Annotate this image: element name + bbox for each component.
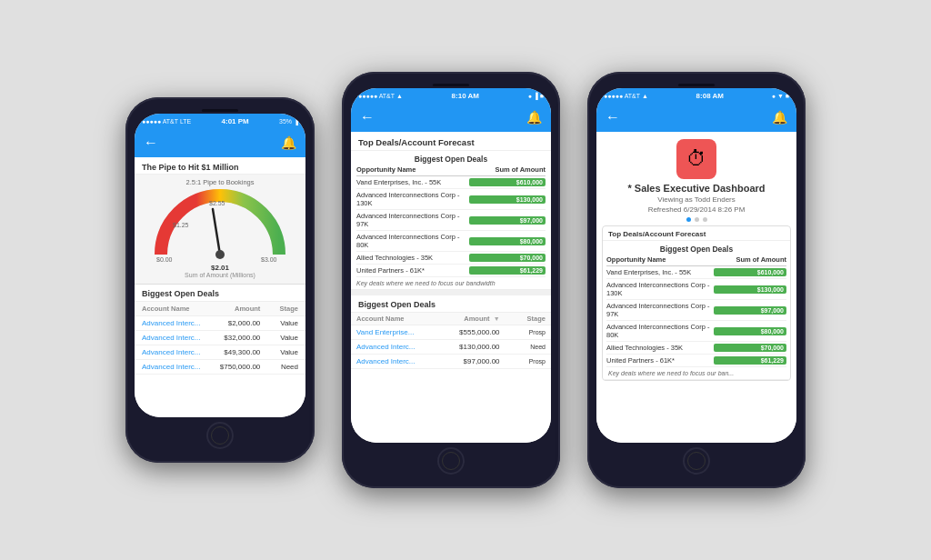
row-stage: Value bbox=[260, 348, 298, 356]
pipe-title: The Pipe to Hit $1 Million bbox=[135, 157, 305, 175]
br-name: Advanced Interc... bbox=[356, 343, 443, 351]
forecast-row-3: Advanced Interconnections Corp - 97K $97… bbox=[606, 300, 786, 321]
r-name: United Partners - 61K* bbox=[356, 266, 469, 275]
status-bar-1: ●●●●● AT&T LTE 4:01 PM 35% ▐ bbox=[135, 114, 305, 128]
br-stage: Need bbox=[500, 344, 546, 350]
back-button-1[interactable]: ← bbox=[144, 135, 158, 151]
col-stage-header: Stage bbox=[260, 305, 298, 313]
svg-text:$1.25: $1.25 bbox=[173, 222, 189, 228]
carrier-3: ●●●●● AT&T ▲ bbox=[604, 93, 648, 99]
forecast-row-3: United Partners - 61K* $61,229 bbox=[606, 355, 786, 367]
forecast-row-3: Advanced Interconnections Corp - 130K $1… bbox=[606, 279, 786, 300]
carrier-2: ●●●●● AT&T ▲ bbox=[358, 93, 403, 99]
content-3: ⏱ * Sales Executive Dashboard Viewing as… bbox=[596, 132, 796, 443]
r-name: Advanced Interconnections Corp - 80K bbox=[356, 233, 469, 249]
row-name: Advanced Interc... bbox=[142, 334, 213, 342]
card-title: Top Deals/Account Forecast bbox=[603, 226, 790, 241]
bottom-table-header: Account Name Amount ▼ Stage bbox=[351, 313, 551, 325]
col-amount-header: Amount bbox=[213, 305, 260, 313]
br-stage: Prosp bbox=[500, 358, 546, 365]
section-title-2: Biggest Open Deals bbox=[351, 295, 551, 313]
phone-2: ●●●●● AT&T ▲ 8:10 AM ● ▐ ■ ← 🔔 Top Deals… bbox=[342, 72, 560, 488]
content-2: Top Deals/Account Forecast Biggest Open … bbox=[351, 132, 551, 443]
svg-text:$3.00: $3.00 bbox=[261, 256, 277, 262]
row-name: Advanced Interc... bbox=[142, 363, 213, 371]
dot-2 bbox=[695, 217, 699, 222]
status-bar-2: ●●●●● AT&T ▲ 8:10 AM ● ▐ ■ bbox=[351, 88, 551, 103]
r-amount: $130,000 bbox=[714, 285, 786, 294]
row-amount: $2,000.00 bbox=[213, 319, 260, 327]
forecast-row-3: Allied Technologies - 35K $70,000 bbox=[606, 342, 786, 355]
forecast-row: Allied Technologies - 35K $70,000 bbox=[356, 252, 546, 265]
viewing-as: Viewing as Todd Enders bbox=[596, 195, 796, 204]
dot-indicators bbox=[596, 217, 796, 222]
r-name: Advanced Interconnections Corp - 97K bbox=[606, 302, 714, 318]
bell-icon-2[interactable]: 🔔 bbox=[526, 110, 542, 125]
br-amount: $97,000.00 bbox=[443, 357, 500, 365]
r-amount: $61,229 bbox=[714, 356, 786, 365]
battery-1: 35% ▐ bbox=[279, 118, 298, 125]
bell-icon-3[interactable]: 🔔 bbox=[772, 110, 787, 125]
forecast-table-3: Biggest Open Deals Opportunity Name Sum … bbox=[603, 241, 790, 367]
content-1: The Pipe to Hit $1 Million 2.5:1 Pipe to… bbox=[135, 157, 305, 417]
row-name: Advanced Interc... bbox=[142, 319, 213, 327]
row-stage: Value bbox=[260, 319, 298, 327]
forecast-row: Advanced Interconnections Corp - 97K $97… bbox=[356, 210, 546, 231]
bottom-row[interactable]: Advanced Interc... $130,000.00 Need bbox=[351, 340, 551, 355]
forecast-row: United Partners - 61K* $61,229 bbox=[356, 265, 546, 277]
r-amount: $70,000 bbox=[469, 254, 546, 262]
bottom-row[interactable]: Vand Enterprise... $555,000.00 Prosp bbox=[351, 325, 551, 340]
gauge-sub: Sum of Amount (Millions) bbox=[142, 272, 298, 278]
br-name: Vand Enterprise... bbox=[356, 328, 443, 336]
battery-3: ● ▼ ■ bbox=[772, 93, 789, 99]
table-row[interactable]: Advanced Interc... $32,000.00 Value bbox=[135, 331, 305, 345]
scene: ●●●●● AT&T LTE 4:01 PM 35% ▐ ← 🔔 The Pip… bbox=[0, 0, 931, 560]
forecast-card: Top Deals/Account Forecast Biggest Open … bbox=[602, 225, 791, 381]
row-amount: $32,000.00 bbox=[213, 334, 260, 342]
forecast-row-3: Vand Enterprises, Inc. - 55K $610,000 bbox=[606, 266, 786, 279]
gauge-svg: $0.00 $1.25 $2.55 $3.00 bbox=[142, 189, 298, 262]
key-deals-note-3: Key deals where we need to focus our ban… bbox=[603, 367, 790, 380]
biggest-open-deals-label-3: Biggest Open Deals bbox=[606, 241, 786, 255]
r-amount: $97,000 bbox=[714, 306, 786, 315]
table-row[interactable]: Advanced Interc... $750,000.00 Need bbox=[135, 360, 305, 375]
forecast-col-headers-3: Opportunity Name Sum of Amount bbox=[606, 255, 786, 266]
svg-line-0 bbox=[213, 209, 220, 255]
row-stage: Need bbox=[260, 363, 298, 371]
col-sum-3: Sum of Amount bbox=[717, 255, 786, 264]
bh-amount: Amount ▼ bbox=[443, 315, 500, 323]
row-name: Advanced Interc... bbox=[142, 348, 213, 356]
speedometer-icon: ⏱ bbox=[686, 147, 706, 171]
table-row[interactable]: Advanced Interc... $2,000.00 Value bbox=[135, 316, 305, 331]
key-deals-note-2: Key deals where we need to focus our ban… bbox=[351, 277, 551, 290]
forecast-row-3: Advanced Interconnections Corp - 80K $80… bbox=[606, 321, 786, 342]
dot-3 bbox=[703, 217, 707, 222]
col-sum-2: Sum of Amount bbox=[473, 165, 546, 174]
dot-1 bbox=[686, 217, 691, 222]
forecast-col-headers-2: Opportunity Name Sum of Amount bbox=[356, 165, 546, 176]
svg-text:$0.00: $0.00 bbox=[156, 256, 173, 262]
back-button-2[interactable]: ← bbox=[360, 109, 375, 125]
nav-bar-1: ← 🔔 bbox=[135, 128, 305, 157]
forecast-title-2: Top Deals/Account Forecast bbox=[351, 132, 551, 151]
br-name: Advanced Interc... bbox=[356, 357, 443, 365]
r-amount: $61,229 bbox=[469, 266, 546, 275]
time-3: 8:08 AM bbox=[696, 92, 724, 100]
biggest-open-deals-label-2: Biggest Open Deals bbox=[356, 151, 546, 165]
dashboard-title: * Sales Executive Dashboard bbox=[596, 183, 796, 194]
r-name: Allied Technologies - 35K bbox=[356, 254, 469, 262]
r-amount: $80,000 bbox=[714, 327, 786, 335]
refreshed: Refreshed 6/29/2014 8:26 PM bbox=[596, 205, 796, 214]
bottom-row[interactable]: Advanced Interc... $97,000.00 Prosp bbox=[351, 355, 551, 369]
bell-icon-1[interactable]: 🔔 bbox=[281, 135, 296, 150]
forecast-row: Vand Enterprises, Inc. - 55K $610,000 bbox=[356, 176, 546, 189]
svg-point-1 bbox=[215, 250, 225, 259]
status-bar-3: ●●●●● AT&T ▲ 8:08 AM ● ▼ ■ bbox=[596, 88, 796, 103]
r-amount: $610,000 bbox=[714, 268, 786, 276]
row-amount: $750,000.00 bbox=[213, 363, 260, 371]
r-name: Vand Enterprises, Inc. - 55K bbox=[606, 268, 714, 276]
forecast-table-2: Biggest Open Deals Opportunity Name Sum … bbox=[351, 151, 551, 277]
back-button-3[interactable]: ← bbox=[606, 109, 620, 125]
r-amount: $70,000 bbox=[714, 344, 786, 352]
table-row[interactable]: Advanced Interc... $49,300.00 Value bbox=[135, 345, 305, 360]
